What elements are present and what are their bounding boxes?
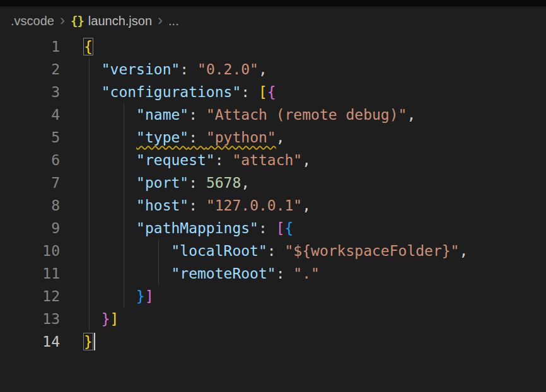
line-number[interactable]: 4 (0, 103, 60, 126)
code-token (84, 197, 136, 214)
line-number[interactable]: 3 (0, 81, 60, 103)
top-bar (0, 0, 546, 7)
code-token: 5678 (206, 175, 241, 191)
code-editor[interactable]: 1{2 "version": "0.2.0",3 "configurations… (0, 35, 546, 353)
line-number[interactable]: 9 (0, 217, 60, 239)
code-token: : (215, 152, 233, 168)
line-number[interactable]: 2 (0, 58, 60, 81)
code-token: [ (258, 84, 267, 100)
code-token (84, 84, 102, 100)
line-number[interactable]: 10 (0, 239, 60, 262)
line-content[interactable]: "request": "attach", (60, 149, 546, 171)
line-content[interactable]: "localRoot": "${workspaceFolder}", (60, 239, 546, 262)
code-token: { (267, 84, 276, 100)
code-token: "name" (136, 107, 189, 123)
line-number[interactable]: 6 (0, 149, 60, 171)
code-token (84, 288, 136, 304)
indent-guide (158, 262, 159, 285)
json-file-icon: {} (71, 14, 84, 28)
code-token: "host" (136, 197, 189, 214)
code-token: "0.2.0" (197, 61, 258, 78)
code-token: "." (293, 265, 320, 282)
indent-guide (89, 217, 90, 239)
line-content[interactable]: "version": "0.2.0", (60, 58, 546, 81)
breadcrumb: .vscode › {} launch.json › ... (0, 7, 546, 35)
code-token: : (189, 129, 206, 146)
code-line[interactable]: 10 "localRoot": "${workspaceFolder}", (0, 239, 546, 262)
line-number[interactable]: 13 (0, 308, 60, 330)
code-line[interactable]: 3 "configurations": [{ (0, 81, 546, 103)
line-content[interactable]: "type": "python", (60, 126, 546, 149)
code-token: : (189, 175, 206, 191)
code-token: "pathMappings" (136, 220, 258, 236)
line-content[interactable]: "host": "127.0.0.1", (60, 194, 546, 217)
code-token: : (189, 107, 206, 123)
line-number[interactable]: 12 (0, 285, 60, 308)
code-token: , (459, 243, 468, 259)
code-token: : (267, 243, 285, 259)
line-number[interactable]: 14 (0, 330, 60, 353)
code-token: [ (276, 220, 285, 236)
code-token: : (241, 84, 258, 100)
line-content[interactable]: "remoteRoot": "." (60, 262, 546, 285)
line-content[interactable]: }] (60, 285, 546, 308)
code-line[interactable]: 12 }] (0, 285, 546, 308)
code-token: , (276, 129, 285, 146)
code-line[interactable]: 4 "name": "Attach (remote debug)", (0, 103, 546, 126)
code-token: , (302, 152, 311, 168)
code-line[interactable]: 11 "remoteRoot": "." (0, 262, 546, 285)
code-token: "localRoot" (171, 243, 267, 259)
line-content[interactable]: "pathMappings": [{ (60, 217, 546, 239)
line-content[interactable]: } (60, 330, 546, 353)
indent-guide (124, 194, 124, 217)
code-token (84, 107, 136, 123)
indent-guide (89, 126, 90, 149)
code-token: "Attach (remote debug)" (206, 107, 407, 123)
code-token: "remoteRoot" (171, 265, 276, 282)
code-token: : (258, 220, 276, 236)
code-token (84, 220, 136, 236)
code-line[interactable]: 6 "request": "attach", (0, 149, 546, 171)
line-number[interactable]: 1 (0, 35, 60, 58)
line-number[interactable]: 7 (0, 171, 60, 194)
line-content[interactable]: "port": 5678, (60, 171, 546, 194)
line-number[interactable]: 8 (0, 194, 60, 217)
code-line[interactable]: 8 "host": "127.0.0.1", (0, 194, 546, 217)
code-token: "type" (136, 129, 189, 146)
code-line[interactable]: 1{ (0, 35, 546, 58)
code-token: } (102, 311, 110, 327)
line-content[interactable]: "name": "Attach (remote debug)", (60, 103, 546, 126)
code-line[interactable]: 13 }] (0, 308, 546, 330)
indent-guide (89, 149, 90, 171)
breadcrumb-folder[interactable]: .vscode (11, 14, 54, 28)
indent-guide (124, 103, 124, 126)
line-content[interactable]: "configurations": [{ (60, 81, 546, 103)
code-line[interactable]: 2 "version": "0.2.0", (0, 58, 546, 81)
chevron-right-icon: › (158, 13, 163, 28)
line-number[interactable]: 5 (0, 126, 60, 149)
indent-guide (124, 285, 124, 308)
line-content[interactable]: }] (60, 308, 546, 330)
indent-guide (158, 239, 159, 262)
code-token: { (285, 220, 294, 236)
line-content[interactable]: { (60, 35, 546, 58)
code-token: , (407, 107, 415, 123)
indent-guide (89, 239, 90, 262)
code-token: "127.0.0.1" (206, 197, 302, 214)
breadcrumb-symbol-more[interactable]: ... (168, 14, 179, 28)
indent-guide (89, 171, 90, 194)
code-line[interactable]: 14} (0, 330, 546, 353)
code-token (84, 311, 102, 327)
code-line[interactable]: 9 "pathMappings": [{ (0, 217, 546, 239)
code-token: "request" (136, 152, 215, 168)
code-token (84, 175, 136, 191)
indent-guide (89, 103, 90, 126)
code-token: : (276, 265, 294, 282)
code-line[interactable]: 5 "type": "python", (0, 126, 546, 149)
indent-guide (124, 126, 124, 149)
breadcrumb-file[interactable]: launch.json (88, 14, 152, 28)
line-number[interactable]: 11 (0, 262, 60, 285)
code-token: "python" (206, 129, 276, 146)
code-line[interactable]: 7 "port": 5678, (0, 171, 546, 194)
code-token: "attach" (232, 152, 302, 168)
